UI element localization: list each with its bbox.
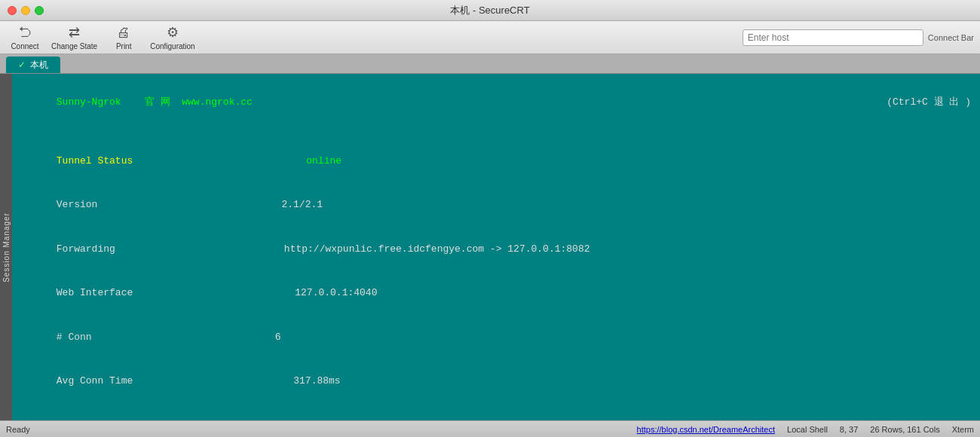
connect-label: Connect	[11, 42, 38, 50]
configuration-button[interactable]: ⚙ Configuration	[145, 21, 199, 53]
status-url: https://blog.csdn.net/DreameArchitect	[637, 425, 775, 434]
blank-3	[21, 418, 971, 421]
window-title: 本机 - SecureCRT	[450, 4, 529, 17]
session-manager-label: Session Manager	[2, 212, 11, 283]
local-shell: Local Shell	[787, 425, 828, 434]
connect-bar-area: Connect Bar	[743, 29, 974, 46]
version-value: 2.1/2.1	[281, 199, 323, 210]
forwarding-value: http://wxpunlic.free.idcfengye.com -> 12…	[284, 243, 590, 255]
connect-host-input[interactable]	[743, 29, 923, 46]
tunnel-status-label: Tunnel Status	[57, 155, 133, 167]
avg-conn-time-line: Avg Conn Time317.88ms	[21, 359, 971, 404]
change-state-icon: ⇄	[69, 24, 80, 41]
version-label: Version	[57, 199, 98, 210]
title-bar: 本机 - SecureCRT	[0, 0, 980, 21]
print-icon: 🖨	[117, 25, 130, 41]
ngrok-header-right: (Ctrl+C 退 出 )	[887, 95, 971, 110]
configuration-label: Configuration	[150, 42, 194, 50]
session-manager-sidebar[interactable]: Session Manager	[0, 74, 12, 420]
ngrok-header-left: Sunny-Ngrok 官 网 www.ngrok.cc	[57, 96, 253, 108]
tunnel-status-line: Tunnel Statusonline	[21, 139, 971, 183]
toolbar: ⮌ Connect ⇄ Change State 🖨 Print ⚙ Confi…	[0, 21, 980, 54]
cursor-position: 8, 37	[840, 425, 858, 434]
terminal[interactable]: Sunny-Ngrok 官 网 www.ngrok.cc(Ctrl+C 退 出 …	[12, 74, 980, 420]
close-button[interactable]	[8, 6, 17, 15]
minimize-button[interactable]	[21, 6, 30, 15]
print-label: Print	[116, 42, 132, 50]
terminal-type: Xterm	[952, 425, 974, 434]
forwarding-label: Forwarding	[57, 243, 115, 255]
status-bar: Ready https://blog.csdn.net/DreameArchit…	[0, 420, 980, 437]
status-right: https://blog.csdn.net/DreameArchitect Lo…	[637, 425, 974, 434]
connect-button[interactable]: ⮌ Connect	[6, 22, 44, 53]
traffic-lights	[8, 6, 44, 15]
web-interface-line: Web Interface127.0.0.1:4040	[21, 271, 971, 316]
tab-bj[interactable]: ✓ 本机	[6, 57, 60, 73]
status-ready: Ready	[6, 425, 30, 434]
blank-1	[21, 124, 971, 139]
version-line: Version2.1/2.1	[21, 183, 971, 228]
tunnel-status-value: online	[306, 155, 341, 167]
avg-conn-time-label: Avg Conn Time	[57, 375, 133, 387]
change-state-button[interactable]: ⇄ Change State	[47, 21, 102, 53]
print-button[interactable]: 🖨 Print	[105, 22, 142, 53]
conn-line: # Conn6	[21, 315, 971, 359]
tab-bar: ✓ 本机	[0, 54, 980, 74]
maximize-button[interactable]	[35, 6, 44, 15]
web-interface-value: 127.0.0.1:4040	[295, 287, 377, 298]
conn-label: # Conn	[57, 332, 92, 343]
avg-conn-time-value: 317.88ms	[293, 375, 340, 387]
connect-bar-label: Connect Bar	[928, 33, 974, 42]
change-state-label: Change State	[51, 42, 97, 50]
web-interface-label: Web Interface	[57, 287, 133, 298]
connect-icon: ⮌	[18, 25, 32, 41]
conn-value: 6	[275, 332, 281, 343]
tab-label: 本机	[30, 59, 48, 72]
main-area: Session Manager Sunny-Ngrok 官 网 www.ngro…	[0, 74, 980, 420]
rows-cols: 26 Rows, 161 Cols	[870, 425, 939, 434]
blank-2	[21, 403, 971, 418]
forwarding-line: Forwardinghttp://wxpunlic.free.idcfengye…	[21, 227, 971, 271]
terminal-header: Sunny-Ngrok 官 网 www.ngrok.cc(Ctrl+C 退 出 …	[21, 80, 971, 124]
configuration-icon: ⚙	[167, 24, 179, 41]
tab-check-icon: ✓	[18, 60, 26, 70]
